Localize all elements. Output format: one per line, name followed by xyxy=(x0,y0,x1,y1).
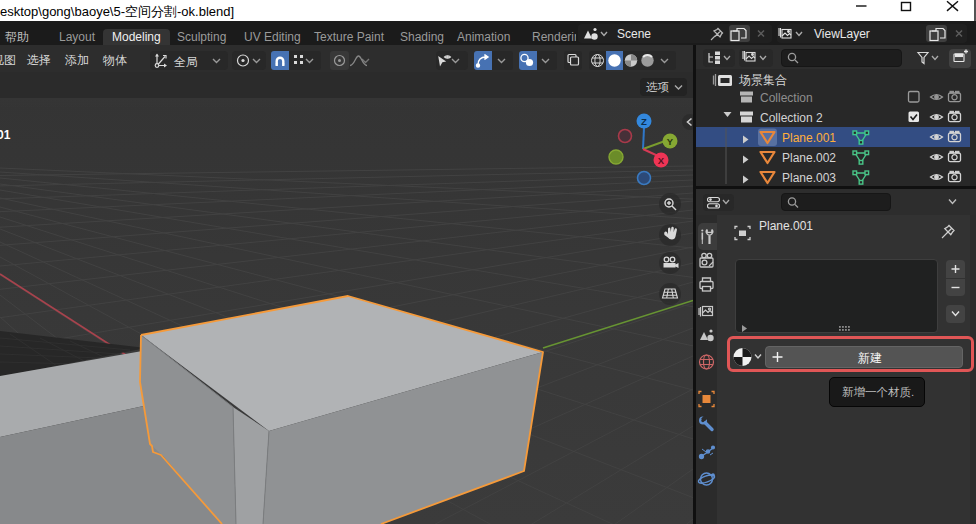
svg-text:Y: Y xyxy=(667,136,674,147)
svg-text:X: X xyxy=(658,155,665,166)
svg-text:Z: Z xyxy=(641,116,647,127)
svg-text:01: 01 xyxy=(0,128,11,142)
